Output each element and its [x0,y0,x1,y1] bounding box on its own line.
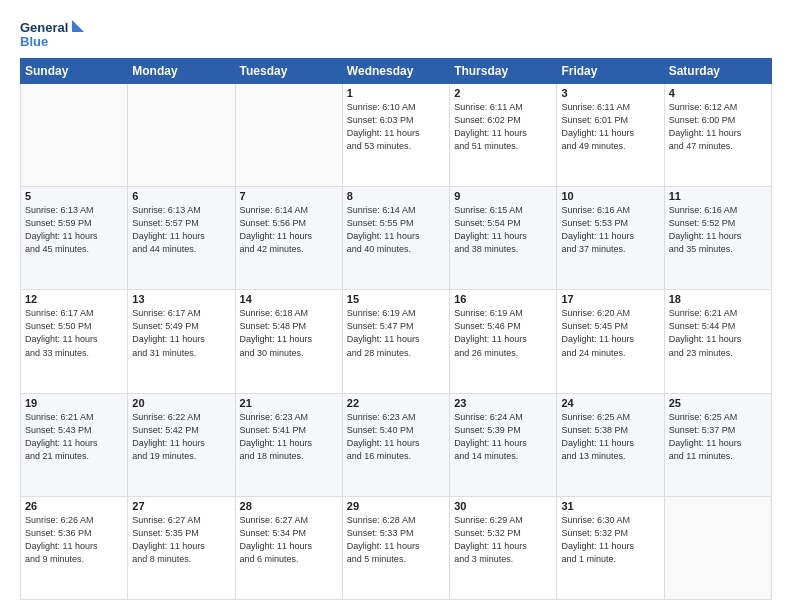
calendar-weekday-tuesday: Tuesday [235,59,342,84]
day-info: Sunrise: 6:16 AM Sunset: 5:52 PM Dayligh… [669,204,767,256]
calendar-cell: 5Sunrise: 6:13 AM Sunset: 5:59 PM Daylig… [21,187,128,290]
day-number: 22 [347,397,445,409]
day-number: 16 [454,293,552,305]
calendar-table: SundayMondayTuesdayWednesdayThursdayFrid… [20,58,772,600]
calendar-cell: 15Sunrise: 6:19 AM Sunset: 5:47 PM Dayli… [342,290,449,393]
day-info: Sunrise: 6:21 AM Sunset: 5:43 PM Dayligh… [25,411,123,463]
day-info: Sunrise: 6:17 AM Sunset: 5:50 PM Dayligh… [25,307,123,359]
day-number: 4 [669,87,767,99]
day-info: Sunrise: 6:11 AM Sunset: 6:02 PM Dayligh… [454,101,552,153]
calendar-cell: 3Sunrise: 6:11 AM Sunset: 6:01 PM Daylig… [557,84,664,187]
calendar-cell: 26Sunrise: 6:26 AM Sunset: 5:36 PM Dayli… [21,496,128,599]
day-info: Sunrise: 6:19 AM Sunset: 5:47 PM Dayligh… [347,307,445,359]
calendar-week-row: 12Sunrise: 6:17 AM Sunset: 5:50 PM Dayli… [21,290,772,393]
day-info: Sunrise: 6:29 AM Sunset: 5:32 PM Dayligh… [454,514,552,566]
day-number: 26 [25,500,123,512]
day-info: Sunrise: 6:14 AM Sunset: 5:56 PM Dayligh… [240,204,338,256]
day-number: 2 [454,87,552,99]
page-header: GeneralBlue [20,18,772,50]
calendar-cell: 25Sunrise: 6:25 AM Sunset: 5:37 PM Dayli… [664,393,771,496]
day-info: Sunrise: 6:11 AM Sunset: 6:01 PM Dayligh… [561,101,659,153]
day-number: 5 [25,190,123,202]
calendar-cell: 17Sunrise: 6:20 AM Sunset: 5:45 PM Dayli… [557,290,664,393]
day-number: 13 [132,293,230,305]
calendar-weekday-wednesday: Wednesday [342,59,449,84]
day-number: 28 [240,500,338,512]
calendar-cell [235,84,342,187]
day-info: Sunrise: 6:13 AM Sunset: 5:59 PM Dayligh… [25,204,123,256]
day-number: 12 [25,293,123,305]
calendar-week-row: 5Sunrise: 6:13 AM Sunset: 5:59 PM Daylig… [21,187,772,290]
day-info: Sunrise: 6:23 AM Sunset: 5:41 PM Dayligh… [240,411,338,463]
day-info: Sunrise: 6:30 AM Sunset: 5:32 PM Dayligh… [561,514,659,566]
calendar-weekday-sunday: Sunday [21,59,128,84]
day-number: 30 [454,500,552,512]
calendar-cell: 10Sunrise: 6:16 AM Sunset: 5:53 PM Dayli… [557,187,664,290]
day-info: Sunrise: 6:23 AM Sunset: 5:40 PM Dayligh… [347,411,445,463]
day-number: 6 [132,190,230,202]
calendar-cell: 30Sunrise: 6:29 AM Sunset: 5:32 PM Dayli… [450,496,557,599]
day-number: 14 [240,293,338,305]
calendar-cell [21,84,128,187]
day-info: Sunrise: 6:25 AM Sunset: 5:38 PM Dayligh… [561,411,659,463]
day-number: 29 [347,500,445,512]
svg-marker-2 [72,20,84,32]
day-info: Sunrise: 6:21 AM Sunset: 5:44 PM Dayligh… [669,307,767,359]
day-number: 10 [561,190,659,202]
calendar-week-row: 1Sunrise: 6:10 AM Sunset: 6:03 PM Daylig… [21,84,772,187]
calendar-cell: 2Sunrise: 6:11 AM Sunset: 6:02 PM Daylig… [450,84,557,187]
calendar-cell: 4Sunrise: 6:12 AM Sunset: 6:00 PM Daylig… [664,84,771,187]
calendar-cell: 8Sunrise: 6:14 AM Sunset: 5:55 PM Daylig… [342,187,449,290]
calendar-cell: 16Sunrise: 6:19 AM Sunset: 5:46 PM Dayli… [450,290,557,393]
calendar-cell: 28Sunrise: 6:27 AM Sunset: 5:34 PM Dayli… [235,496,342,599]
day-number: 18 [669,293,767,305]
day-number: 7 [240,190,338,202]
day-number: 17 [561,293,659,305]
day-info: Sunrise: 6:27 AM Sunset: 5:34 PM Dayligh… [240,514,338,566]
day-info: Sunrise: 6:15 AM Sunset: 5:54 PM Dayligh… [454,204,552,256]
day-number: 19 [25,397,123,409]
logo: GeneralBlue [20,18,90,50]
calendar-header-row: SundayMondayTuesdayWednesdayThursdayFrid… [21,59,772,84]
calendar-cell: 27Sunrise: 6:27 AM Sunset: 5:35 PM Dayli… [128,496,235,599]
day-number: 23 [454,397,552,409]
calendar-cell: 18Sunrise: 6:21 AM Sunset: 5:44 PM Dayli… [664,290,771,393]
day-info: Sunrise: 6:27 AM Sunset: 5:35 PM Dayligh… [132,514,230,566]
day-number: 27 [132,500,230,512]
calendar-weekday-thursday: Thursday [450,59,557,84]
calendar-cell: 21Sunrise: 6:23 AM Sunset: 5:41 PM Dayli… [235,393,342,496]
calendar-cell: 11Sunrise: 6:16 AM Sunset: 5:52 PM Dayli… [664,187,771,290]
day-info: Sunrise: 6:19 AM Sunset: 5:46 PM Dayligh… [454,307,552,359]
day-number: 3 [561,87,659,99]
calendar-cell: 31Sunrise: 6:30 AM Sunset: 5:32 PM Dayli… [557,496,664,599]
day-info: Sunrise: 6:14 AM Sunset: 5:55 PM Dayligh… [347,204,445,256]
day-number: 15 [347,293,445,305]
day-info: Sunrise: 6:28 AM Sunset: 5:33 PM Dayligh… [347,514,445,566]
calendar-cell: 20Sunrise: 6:22 AM Sunset: 5:42 PM Dayli… [128,393,235,496]
calendar-cell [664,496,771,599]
calendar-weekday-monday: Monday [128,59,235,84]
calendar-cell [128,84,235,187]
logo-icon: GeneralBlue [20,18,90,50]
day-info: Sunrise: 6:18 AM Sunset: 5:48 PM Dayligh… [240,307,338,359]
svg-text:General: General [20,20,68,35]
day-number: 31 [561,500,659,512]
day-info: Sunrise: 6:16 AM Sunset: 5:53 PM Dayligh… [561,204,659,256]
calendar-cell: 22Sunrise: 6:23 AM Sunset: 5:40 PM Dayli… [342,393,449,496]
day-number: 24 [561,397,659,409]
calendar-cell: 14Sunrise: 6:18 AM Sunset: 5:48 PM Dayli… [235,290,342,393]
day-info: Sunrise: 6:20 AM Sunset: 5:45 PM Dayligh… [561,307,659,359]
calendar-cell: 24Sunrise: 6:25 AM Sunset: 5:38 PM Dayli… [557,393,664,496]
day-info: Sunrise: 6:25 AM Sunset: 5:37 PM Dayligh… [669,411,767,463]
day-number: 25 [669,397,767,409]
svg-text:Blue: Blue [20,34,48,49]
calendar-cell: 29Sunrise: 6:28 AM Sunset: 5:33 PM Dayli… [342,496,449,599]
day-number: 11 [669,190,767,202]
day-info: Sunrise: 6:17 AM Sunset: 5:49 PM Dayligh… [132,307,230,359]
calendar-cell: 1Sunrise: 6:10 AM Sunset: 6:03 PM Daylig… [342,84,449,187]
day-number: 1 [347,87,445,99]
day-info: Sunrise: 6:13 AM Sunset: 5:57 PM Dayligh… [132,204,230,256]
day-info: Sunrise: 6:26 AM Sunset: 5:36 PM Dayligh… [25,514,123,566]
day-info: Sunrise: 6:22 AM Sunset: 5:42 PM Dayligh… [132,411,230,463]
calendar-cell: 7Sunrise: 6:14 AM Sunset: 5:56 PM Daylig… [235,187,342,290]
